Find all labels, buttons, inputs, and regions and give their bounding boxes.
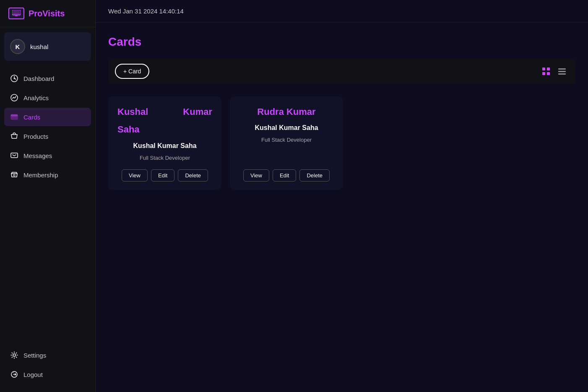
logout-icon bbox=[10, 370, 18, 379]
user-name: kushal bbox=[30, 43, 48, 50]
card-view-button[interactable]: View bbox=[243, 169, 269, 182]
card-actions: View Edit Delete bbox=[243, 169, 330, 182]
card-name-row: Kushal Kumar bbox=[117, 106, 212, 117]
add-card-button[interactable]: + Card bbox=[115, 64, 149, 79]
svg-rect-3 bbox=[15, 15, 18, 16]
sidebar-item-products-label: Products bbox=[23, 133, 48, 140]
svg-rect-13 bbox=[542, 67, 545, 70]
page-title: Cards bbox=[108, 35, 575, 49]
svg-point-5 bbox=[14, 78, 15, 79]
products-icon bbox=[10, 132, 18, 140]
card-last-name: Kumar bbox=[183, 106, 212, 117]
card-name-row: Rudra Kumar bbox=[257, 106, 315, 117]
list-view-button[interactable] bbox=[555, 65, 569, 78]
sidebar-item-logout[interactable]: Logout bbox=[4, 365, 91, 384]
sidebar-item-cards[interactable]: Cards bbox=[4, 108, 91, 126]
sidebar-item-cards-label: Cards bbox=[23, 114, 40, 121]
card-role: Full Stack Developer bbox=[261, 137, 312, 143]
svg-rect-14 bbox=[547, 67, 550, 70]
card-role: Full Stack Developer bbox=[117, 155, 212, 161]
view-toggle bbox=[539, 65, 569, 78]
membership-icon bbox=[10, 171, 18, 179]
card-full-name: Kushal Kumar Saha bbox=[255, 124, 318, 132]
card-item: Kushal Kumar Saha Kushal Kumar Saha Full… bbox=[108, 96, 221, 190]
svg-rect-18 bbox=[558, 71, 566, 72]
sidebar-item-membership[interactable]: Membership bbox=[4, 166, 91, 184]
sidebar-item-dashboard[interactable]: Dashboard bbox=[4, 69, 91, 88]
sidebar-item-analytics[interactable]: Analytics bbox=[4, 88, 91, 107]
topbar: Wed Jan 31 2024 14:40:14 bbox=[96, 0, 588, 23]
svg-rect-1 bbox=[13, 11, 20, 14]
card-item: Rudra Kumar Kushal Kumar Saha Full Stack… bbox=[230, 96, 343, 190]
nav-bottom: Settings Logout bbox=[0, 343, 95, 392]
card-edit-button[interactable]: Edit bbox=[151, 169, 174, 182]
svg-rect-16 bbox=[547, 72, 550, 75]
sidebar-item-dashboard-label: Dashboard bbox=[23, 75, 54, 82]
toolbar: + Card bbox=[108, 59, 575, 84]
user-profile[interactable]: K kushal bbox=[4, 32, 91, 61]
svg-point-11 bbox=[13, 354, 16, 356]
sidebar-item-analytics-label: Analytics bbox=[23, 94, 49, 101]
card-edit-button[interactable]: Edit bbox=[273, 169, 296, 182]
sidebar-item-membership-label: Membership bbox=[23, 171, 58, 179]
settings-icon bbox=[10, 351, 18, 359]
card-display-name: Rudra Kumar bbox=[257, 106, 315, 117]
nav-menu: Dashboard Analytics Cards bbox=[0, 66, 95, 343]
content-area: Cards + Card bbox=[96, 23, 588, 202]
analytics-icon bbox=[10, 93, 18, 102]
app-name: ProVisits bbox=[29, 9, 65, 18]
card-delete-button[interactable]: Delete bbox=[299, 169, 330, 182]
sidebar-item-settings-label: Settings bbox=[23, 352, 46, 359]
svg-rect-19 bbox=[558, 73, 566, 75]
card-second-line: Saha bbox=[117, 124, 140, 135]
add-card-label: + Card bbox=[123, 68, 141, 75]
card-delete-button[interactable]: Delete bbox=[178, 169, 208, 182]
avatar: K bbox=[10, 39, 25, 54]
card-first-name: Kushal bbox=[117, 106, 148, 117]
sidebar-item-products[interactable]: Products bbox=[4, 127, 91, 145]
svg-rect-8 bbox=[11, 114, 18, 116]
svg-rect-17 bbox=[558, 68, 566, 70]
messages-icon bbox=[10, 151, 18, 160]
svg-rect-15 bbox=[542, 72, 545, 75]
app-logo[interactable]: ProVisits bbox=[0, 0, 95, 27]
card-actions: View Edit Delete bbox=[117, 169, 212, 182]
sidebar-item-settings[interactable]: Settings bbox=[4, 346, 91, 364]
logo-icon bbox=[8, 8, 24, 19]
svg-rect-9 bbox=[11, 153, 18, 158]
cards-icon bbox=[10, 113, 18, 121]
datetime: Wed Jan 31 2024 14:40:14 bbox=[108, 8, 184, 15]
main-content: Wed Jan 31 2024 14:40:14 Cards + Card bbox=[96, 0, 588, 392]
svg-point-10 bbox=[13, 174, 15, 176]
sidebar: ProVisits K kushal Dashboard bbox=[0, 0, 96, 392]
sidebar-item-logout-label: Logout bbox=[23, 371, 43, 378]
card-full-name: Kushal Kumar Saha bbox=[117, 142, 212, 150]
card-view-button[interactable]: View bbox=[122, 169, 148, 182]
dashboard-icon bbox=[10, 74, 18, 83]
cards-grid: Kushal Kumar Saha Kushal Kumar Saha Full… bbox=[108, 96, 575, 190]
sidebar-item-messages[interactable]: Messages bbox=[4, 146, 91, 165]
sidebar-item-messages-label: Messages bbox=[23, 152, 52, 159]
grid-view-button[interactable] bbox=[539, 65, 553, 78]
